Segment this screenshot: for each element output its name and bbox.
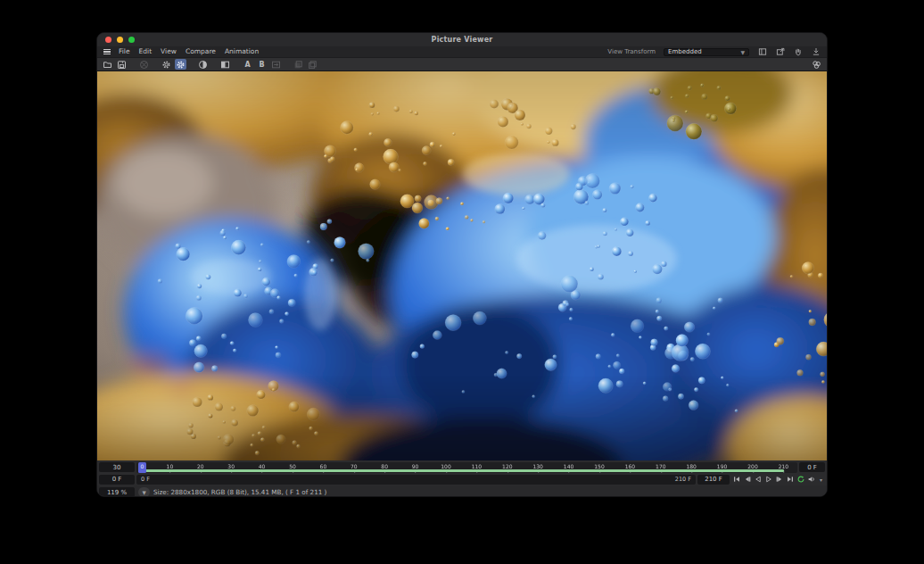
preview-range-bar[interactable]: 0 F 210 F [136,475,696,485]
timeline-tick: 190 [717,463,727,469]
timeline-tick: 180 [686,463,696,469]
filter-gear-icon[interactable] [175,59,186,70]
view-transform-select[interactable]: Embedded ▼ [664,48,749,56]
ab-compare-icon[interactable] [219,59,231,70]
menu-bar: FileEditViewCompareAnimation View Transf… [97,46,827,57]
step-forward-button[interactable] [774,475,784,485]
step-back-button[interactable] [742,475,752,485]
set-a-button[interactable]: A [242,59,253,70]
minimize-button[interactable] [117,37,123,43]
toolbar: A B [97,57,827,70]
range-end-field[interactable]: 210 F [697,475,730,485]
timeline-ruler[interactable]: 1020304050607080901001101201301401501601… [136,462,797,473]
timeline-tick: 200 [747,463,757,469]
hamburger-menu-icon[interactable] [103,49,111,55]
zoom-button[interactable] [128,37,135,43]
timeline-tick: 210 [779,463,788,469]
timeline-tick: 110 [472,463,482,469]
menu-item[interactable]: Animation [225,46,259,57]
timeline-tick: 40 [259,463,266,469]
close-button[interactable] [105,37,111,43]
copy-image-b-icon [307,59,318,70]
fps-field[interactable]: 30 [99,462,135,472]
timeline-tick: 160 [625,463,635,469]
timeline-tick: 10 [167,463,174,469]
timeline-panel: 30 1020304050607080901001101201301401501… [97,460,827,497]
swap-ab-icon [270,59,282,70]
chevron-down-icon: ▼ [740,49,745,55]
timeline-tick: 120 [502,463,512,469]
filter-icon[interactable] [811,59,822,70]
timeline-tick: 20 [197,463,204,469]
timeline-tick: 80 [381,463,388,469]
settings-gear-icon[interactable] [161,59,172,70]
image-info-text: Size: 2880x1800, RGB (8 Bit), 15.41 MB, … [153,488,326,496]
goto-start-button[interactable] [731,475,741,485]
save-icon[interactable] [116,59,128,70]
stop-render-icon [138,59,150,70]
timeline-tick: 140 [564,463,573,469]
loop-playback-icon[interactable] [796,475,805,485]
view-transform-value: Embedded [668,48,702,55]
timeline-tick: 130 [532,463,542,469]
play-backward-button[interactable] [753,475,763,485]
render-viewport[interactable] [97,70,827,460]
transport-controls: ▾ [731,475,825,485]
goto-end-button[interactable] [785,475,795,485]
render-image [97,71,828,460]
picture-viewer-window: Picture Viewer FileEditViewCompareAnimat… [96,32,828,497]
timeline-tick: 70 [351,463,358,469]
traffic-lights [105,37,135,43]
playback-options-dropdown[interactable]: ▾ [817,477,825,483]
menu-items: FileEditViewCompareAnimation [119,46,259,57]
open-in-window-icon[interactable] [775,47,785,56]
range-end-label: 210 F [675,476,691,483]
timeline-tick: 150 [594,463,604,469]
zoom-dropdown[interactable]: ▼ [138,487,150,497]
contrast-icon[interactable] [197,59,209,70]
timeline-tick: 60 [320,463,327,469]
menu-item[interactable]: View [161,46,177,57]
menu-item[interactable]: File [119,46,130,57]
view-transform-label: View Transform [607,48,656,55]
window-title: Picture Viewer [432,36,493,44]
titlebar[interactable]: Picture Viewer [97,33,827,46]
sidebar-toggle-icon[interactable] [757,47,767,56]
current-frame-field[interactable]: 0 F [799,462,825,472]
range-start-label: 0 F [141,476,150,483]
dock-pin-icon[interactable] [811,47,821,56]
timeline-tick: 100 [441,463,450,469]
menu-item[interactable]: Compare [186,46,216,57]
play-forward-button[interactable] [763,475,773,485]
zoom-level-field[interactable]: 119 % [99,487,135,497]
volume-icon[interactable] [806,475,816,485]
timeline-tick: 90 [412,463,419,469]
cache-bar [139,469,784,472]
timeline-tick: 50 [289,463,296,469]
playhead[interactable]: 0 [138,462,146,473]
pan-hand-icon[interactable] [793,47,803,56]
copy-image-a-icon [293,59,304,70]
open-folder-icon[interactable] [102,59,113,70]
range-start-field[interactable]: 0 F [99,475,135,485]
timeline-tick: 170 [656,463,665,469]
menu-item[interactable]: Edit [139,46,153,57]
set-b-button[interactable]: B [256,59,268,70]
timeline-tick: 30 [227,463,235,469]
